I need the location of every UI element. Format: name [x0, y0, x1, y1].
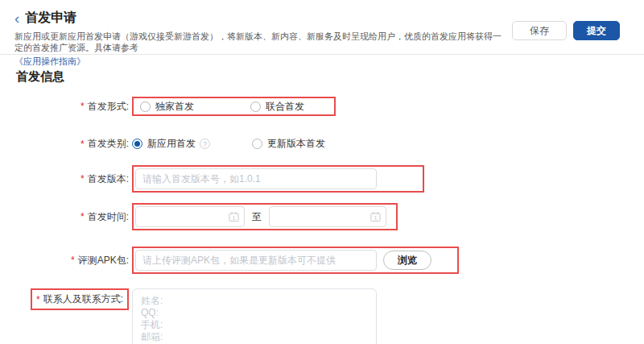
release-category-label: * 首发类别: [16, 137, 129, 151]
radio-joint-release[interactable]: 联合首发 [250, 100, 304, 114]
end-date-input[interactable] [269, 206, 386, 227]
release-form-label-text: 首发形式: [88, 100, 129, 114]
release-time-row: * 首发时间: 1 至 [16, 203, 628, 230]
contact-label-highlight-box: * 联系人及联系方式: [31, 288, 129, 310]
release-category-label-text: 首发类别: [88, 137, 129, 151]
start-date-field: 1 [135, 206, 245, 227]
radio-update-version-release-label: 更新版本首发 [267, 137, 325, 151]
page-title: 首发申请 [25, 10, 76, 27]
release-version-input[interactable] [135, 168, 377, 189]
required-marker: * [71, 255, 75, 266]
release-version-highlight-box [132, 165, 424, 193]
required-marker: * [80, 139, 85, 150]
apk-package-input[interactable] [135, 250, 377, 271]
release-version-row: * 首发版本: [16, 165, 628, 193]
release-version-label-text: 首发版本: [88, 172, 129, 186]
apk-package-highlight-box: 浏览 [132, 247, 459, 274]
apk-package-row: * 评测APK包: 浏览 [16, 247, 628, 274]
main-content: 首发信息 * 首发形式: 独家首发 联合首发 * 首发类别: [0, 55, 644, 344]
date-range-separator: 至 [252, 210, 262, 224]
header-buttons: 保存 提交 [512, 21, 620, 40]
radio-update-version-release[interactable]: 更新版本首发 [252, 137, 325, 151]
required-marker: * [80, 211, 85, 222]
radio-checked-icon [132, 139, 142, 149]
radio-joint-release-label: 联合首发 [266, 100, 304, 114]
radio-unchecked-icon [252, 139, 262, 149]
release-category-row: * 首发类别: 新应用首发 ? 更新版本首发 [16, 137, 628, 151]
back-icon[interactable]: ‹ [14, 12, 19, 25]
release-version-label: * 首发版本: [16, 172, 129, 186]
release-time-label: * 首发时间: [16, 210, 129, 224]
browse-button[interactable]: 浏览 [383, 251, 431, 270]
save-button[interactable]: 保存 [512, 21, 567, 40]
section-title: 首发信息 [16, 69, 628, 84]
required-marker: * [80, 173, 85, 184]
required-marker: * [80, 101, 85, 112]
contact-row: * 联系人及联系方式: [16, 288, 628, 344]
submit-button[interactable]: 提交 [573, 21, 620, 40]
radio-new-app-release[interactable]: 新应用首发 [132, 137, 196, 151]
guide-link[interactable]: 《应用操作指南》 [14, 56, 85, 67]
release-time-highlight-box: 1 至 1 [132, 203, 398, 230]
required-marker: * [36, 294, 40, 305]
contact-textarea[interactable] [132, 288, 377, 344]
page-header: ‹ 首发申请 新应用或更新应用首发申请（游戏仅接受新游首发），将新版本、新内容、… [0, 0, 644, 55]
end-date-field: 1 [269, 206, 386, 227]
start-date-input[interactable] [135, 206, 245, 227]
help-icon[interactable]: ? [200, 139, 210, 149]
radio-unchecked-icon [250, 102, 261, 112]
release-form-row: * 首发形式: 独家首发 联合首发 [16, 97, 628, 116]
contact-label-text: 联系人及联系方式: [43, 292, 123, 306]
radio-unchecked-icon [140, 102, 151, 112]
apk-package-label-text: 评测APK包: [78, 254, 129, 267]
release-form-highlight-box: 独家首发 联合首发 [132, 97, 336, 116]
page-description: 新应用或更新应用首发申请（游戏仅接受新游首发），将新版本、新内容、新服务及时呈现… [14, 31, 506, 53]
release-form-label: * 首发形式: [16, 100, 129, 114]
apk-package-label: * 评测APK包: [16, 254, 129, 267]
radio-new-app-release-label: 新应用首发 [147, 137, 196, 151]
contact-label: * 联系人及联系方式: [16, 288, 129, 310]
radio-exclusive-release[interactable]: 独家首发 [140, 100, 194, 114]
radio-exclusive-release-label: 独家首发 [155, 100, 194, 114]
release-time-label-text: 首发时间: [88, 210, 129, 224]
